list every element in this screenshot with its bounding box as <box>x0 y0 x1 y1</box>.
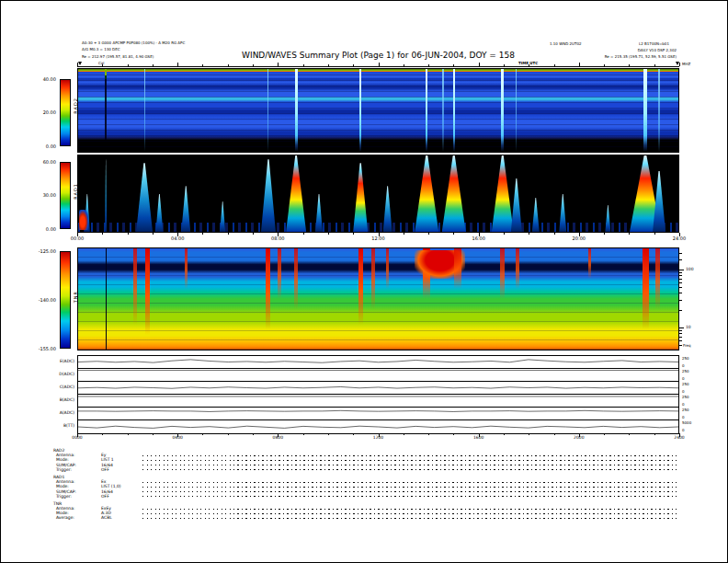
tick <box>202 64 203 66</box>
housekeeping-ymax-label: 5000 <box>682 420 691 425</box>
tick <box>529 64 529 66</box>
housekeeping-ymin-label: 0 <box>682 415 685 419</box>
bottom-tick-label: 1200 <box>373 435 383 441</box>
legend-group-tnr: TNRAntenna:ExEyMode:A:3DAverage:ACBL <box>53 501 678 521</box>
legend-dot-leader <box>142 459 677 461</box>
tick <box>404 233 404 235</box>
bottom-tick-label: 0800 <box>273 435 283 441</box>
tick <box>504 64 505 66</box>
housekeeping-ymin-label: 0 <box>682 428 685 432</box>
freq-minor-tick <box>679 259 682 260</box>
tick <box>353 433 354 435</box>
type3-burst-intense <box>415 155 438 232</box>
freq-minor-tick <box>679 340 682 341</box>
freq-minor-tick <box>679 287 682 288</box>
tnr-burst <box>655 248 660 309</box>
housekeeping-row <box>78 382 678 395</box>
tnr-colorbar <box>60 251 71 349</box>
tnr-burst <box>516 248 519 289</box>
tick <box>128 433 129 435</box>
type3-burst <box>532 198 540 232</box>
tnr-burst <box>133 248 137 325</box>
type3-burst-streak <box>359 69 361 152</box>
tick <box>453 64 454 66</box>
tick <box>629 233 630 235</box>
waves-summary-plot: A0:30 + 3 G000 APCMP P0P080 (100%) - A M… <box>0 0 728 563</box>
tick <box>479 63 480 66</box>
end-marker-icon <box>676 62 679 65</box>
rad2-cb-tick-mid: 20.00 <box>25 109 56 115</box>
legend-dot-leader <box>142 454 677 456</box>
tick <box>654 433 655 435</box>
freq-minor-tick <box>679 253 682 254</box>
tick <box>428 64 429 66</box>
top-time-axis <box>77 66 679 67</box>
rad1-spectrogram <box>77 155 679 233</box>
time-tick-label: 20:00 <box>573 236 586 241</box>
freq-tick-label: 10 <box>686 325 691 330</box>
tick <box>278 63 279 66</box>
legend-line-value: ACBL <box>101 515 142 520</box>
freq-minor-tick <box>679 279 682 280</box>
housekeeping-row-label: D(ADC) <box>38 372 74 377</box>
tnr-burst <box>454 248 461 289</box>
legend-line: Trigger:OFF <box>53 467 678 472</box>
rad2-colorbar <box>60 79 71 146</box>
type3-burst-streak <box>516 69 517 152</box>
daily-label: DAILY V10 DSP 2,302 <box>506 48 677 52</box>
tick <box>153 64 154 66</box>
housekeeping-ymax-label: 250 <box>682 369 689 373</box>
type3-burst-intense <box>492 155 514 232</box>
tick <box>102 433 103 435</box>
legend-dot-leader <box>142 481 677 483</box>
tick <box>202 233 203 235</box>
legend-dot-leader <box>142 486 677 488</box>
tick <box>228 64 229 66</box>
freq-major-tick <box>679 270 684 270</box>
type3-burst <box>605 205 610 232</box>
type3-burst-intense <box>286 155 306 232</box>
tick <box>604 433 605 435</box>
tick <box>529 233 529 235</box>
tick <box>379 63 380 66</box>
tick <box>604 64 605 66</box>
tick <box>228 233 229 235</box>
type3-burst <box>220 201 225 232</box>
tnr-burst <box>386 248 389 289</box>
cal-line <box>105 69 107 152</box>
legend-line-value: OFF <box>101 467 142 472</box>
legend-line: Trigger:OFF <box>53 494 678 499</box>
legend-dot-leader <box>142 464 677 465</box>
housekeeping-ymax-label: 250 <box>682 408 689 412</box>
type3-burst <box>559 194 566 233</box>
tick <box>328 433 329 435</box>
tick <box>253 233 254 235</box>
tick <box>102 64 103 66</box>
freq-minor-tick <box>679 337 682 338</box>
tick <box>328 64 329 66</box>
legend-dot-leader <box>142 512 677 514</box>
tick <box>453 433 454 435</box>
type3-burst-streak <box>426 69 427 152</box>
tick <box>554 433 555 435</box>
type3-burst <box>315 194 323 233</box>
tick <box>579 63 580 66</box>
tick <box>428 433 429 435</box>
type3-burst-streak <box>453 69 455 152</box>
tick <box>554 233 555 235</box>
tick <box>303 64 304 66</box>
bottom-tick-label: 1600 <box>473 435 483 441</box>
type3-burst-streak <box>267 69 268 152</box>
housekeeping-ymax-label: 250 <box>682 395 689 399</box>
housekeeping-ymin-label: 0 <box>682 402 685 407</box>
legend-line-value: OFF <box>101 494 142 499</box>
legend-line: Average:ACBL <box>53 515 678 520</box>
tick <box>128 64 129 66</box>
mhz-unit-label: MHZ <box>682 62 690 66</box>
housekeeping-row-label: B(TT) <box>38 423 74 429</box>
tnr-burst <box>588 248 591 279</box>
housekeeping-ymin-label: 0 <box>682 389 685 394</box>
freq-minor-tick <box>679 345 682 346</box>
tick <box>253 433 254 435</box>
tick <box>428 233 429 235</box>
